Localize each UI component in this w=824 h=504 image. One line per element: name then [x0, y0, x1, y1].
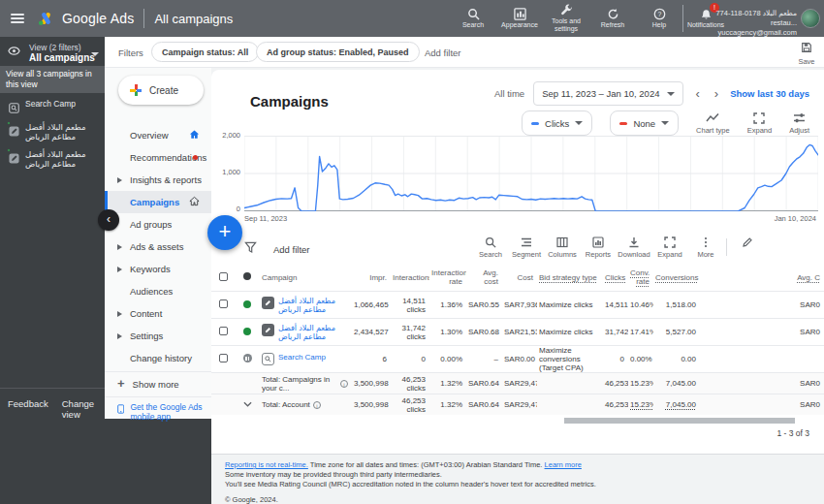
expand-arrow-icon [117, 177, 122, 183]
expand-icon [664, 236, 676, 248]
expand-arrow-icon [117, 311, 122, 317]
edit-button[interactable] [732, 236, 763, 259]
secondary-metric-dropdown[interactable]: None [610, 110, 679, 136]
appearance-button[interactable]: Appearance [498, 8, 541, 29]
change-view-button[interactable]: Change view [62, 398, 97, 420]
google-ads-app: Google Ads All campaigns Search Appearan… [0, 0, 824, 504]
collapse-total-button[interactable] [237, 398, 260, 411]
col-interaction-rate[interactable]: Interaction rate [429, 267, 466, 288]
nav-item-change-history[interactable]: Change history [105, 347, 211, 369]
status-enabled-icon[interactable] [243, 300, 251, 308]
chevron-down-icon [243, 401, 252, 407]
refresh-button[interactable]: Refresh [591, 8, 634, 29]
learn-more-link[interactable]: Learn more [545, 460, 582, 469]
enabled-dot [7, 121, 11, 125]
chart-type-button[interactable]: Chart type [696, 112, 730, 135]
col-interactions[interactable]: Interactions [391, 271, 429, 284]
filter-funnel-button[interactable] [244, 240, 257, 258]
sidebar-campaign-search-camp[interactable]: Search Camp [0, 99, 105, 117]
search-button[interactable]: Search [452, 8, 494, 29]
show-last-30-days-link[interactable]: Show last 30 days [730, 88, 809, 99]
time-scope-label: All time [494, 88, 524, 99]
campaign-link[interactable]: Search Camp [278, 353, 326, 362]
status-enabled-icon[interactable] [243, 328, 251, 335]
info-icon[interactable]: i [313, 401, 321, 409]
col-conversions[interactable]: Conversions [655, 273, 698, 282]
horizontal-scrollbar[interactable] [564, 418, 795, 424]
x-axis-end-label: Jan 10, 2024 [775, 214, 816, 223]
columns-button[interactable]: Columns [547, 236, 578, 259]
nav-item-recommendations[interactable]: Recommendations [105, 146, 211, 169]
nav-item-content[interactable]: Content [105, 302, 211, 325]
chevron-down-icon [575, 121, 583, 125]
col-clicks[interactable]: Clicks [605, 273, 625, 282]
ad-group-status-chip[interactable]: Ad group status: Enabled, Paused [256, 42, 420, 62]
view-all-campaigns-banner[interactable]: View all 3 campaigns in this view [0, 66, 105, 93]
table-add-filter-link[interactable]: Add filter [273, 244, 310, 255]
download-button[interactable]: Download [618, 236, 650, 259]
sidebar-campaign-display-2[interactable]: مطعم البلاد أفضل مطاعم الرياض [0, 149, 105, 169]
nav-item-ads-assets[interactable]: Ads & assets [105, 236, 211, 258]
col-avg-c[interactable]: Avg. C [797, 273, 820, 282]
footer-line-2: Some inventory may be provided through t… [225, 470, 824, 480]
campaign-link[interactable]: مطعم البلاد أفضل مطاعم الرياض [278, 297, 348, 314]
col-conv-rate[interactable]: Conv. rate [630, 268, 650, 286]
save-button[interactable]: Save [792, 40, 821, 66]
nav-item-settings[interactable]: Settings [105, 325, 211, 347]
more-button[interactable]: More [690, 236, 721, 259]
campaign-status-chip[interactable]: Campaign status: All [151, 42, 259, 62]
next-period-button[interactable]: › [712, 86, 721, 101]
reports-button[interactable]: Reports [583, 236, 614, 259]
expand-chart-button[interactable]: Expand [747, 112, 772, 135]
add-filter-link[interactable]: Add filter [425, 47, 461, 58]
nav-item-keywords[interactable]: Keywords [105, 258, 211, 280]
col-campaign[interactable]: Campaign [260, 271, 352, 284]
status-filter-icon[interactable] [243, 272, 251, 280]
primary-metric-dropdown[interactable]: Clicks [522, 110, 592, 136]
search-campaign-icon [9, 100, 19, 117]
more-vertical-icon [700, 236, 712, 248]
col-impr[interactable]: Impr. [352, 271, 391, 284]
date-range-picker[interactable]: Sep 11, 2023 – Jan 10, 2024 [533, 81, 683, 106]
footer-line-3: You'll see Media Rating Council (MRC) ac… [225, 480, 824, 489]
adjust-button[interactable]: Adjust [789, 112, 809, 135]
get-mobile-app-link[interactable]: Get the Google Ads mobile app [105, 397, 211, 422]
tools-settings-button[interactable]: Tools and settings [545, 4, 587, 33]
show-more-button[interactable]: + Show more [105, 373, 211, 394]
table-search-button[interactable]: Search [475, 236, 506, 259]
nav-item-campaigns[interactable]: Campaigns [105, 191, 211, 213]
nav-item-audiences[interactable]: Audiences [105, 280, 211, 302]
nav-item-overview[interactable]: Overview [105, 124, 211, 146]
appearance-icon [514, 8, 526, 20]
row-checkbox[interactable] [219, 327, 228, 335]
info-icon[interactable]: i [340, 380, 348, 388]
expand-table-button[interactable]: Expand [654, 236, 685, 259]
nav-item-insights-reports[interactable]: Insights & reports [105, 169, 211, 191]
view-selector[interactable]: View (2 filters) All campaigns [0, 41, 105, 66]
reporting-link[interactable]: Reporting is not real-time. [225, 460, 308, 469]
row-checkbox[interactable] [219, 299, 228, 308]
avatar[interactable] [801, 9, 820, 28]
sidebar-campaign-display-1[interactable]: مطعم البلاد أفضل مطاعم الرياض [0, 122, 105, 142]
content-area: Campaigns All time Sep 11, 2023 – Jan 10… [211, 68, 824, 454]
help-button[interactable]: ? Help [638, 8, 681, 29]
add-fab-button[interactable]: + [207, 215, 242, 250]
nav-item-ad-groups[interactable]: Ad groups [105, 213, 211, 236]
status-paused-icon[interactable] [243, 354, 252, 362]
row-checkbox[interactable] [219, 354, 228, 362]
create-button[interactable]: Create [118, 76, 204, 105]
prev-period-button[interactable]: ‹ [692, 86, 702, 101]
account-info[interactable]: 774-118-0178 مطعم البلاد restau... yucca… [682, 5, 797, 32]
nav-divider [105, 371, 211, 372]
home-icon [189, 129, 200, 140]
collapse-nav-button[interactable]: ‹ [98, 209, 119, 231]
col-cost[interactable]: Cost [502, 271, 537, 284]
menu-icon[interactable] [11, 14, 24, 23]
segment-button[interactable]: Segment [511, 236, 542, 259]
col-bid-strategy-type[interactable]: Bid strategy type [539, 273, 597, 282]
select-all-checkbox[interactable] [219, 272, 228, 281]
feedback-button[interactable]: Feedback [8, 398, 48, 420]
campaign-link[interactable]: مطعم البلاد أفضل مطاعم الرياض [278, 324, 348, 341]
toolbar-divider [726, 238, 727, 256]
col-avg-cost[interactable]: Avg. cost [466, 267, 502, 288]
